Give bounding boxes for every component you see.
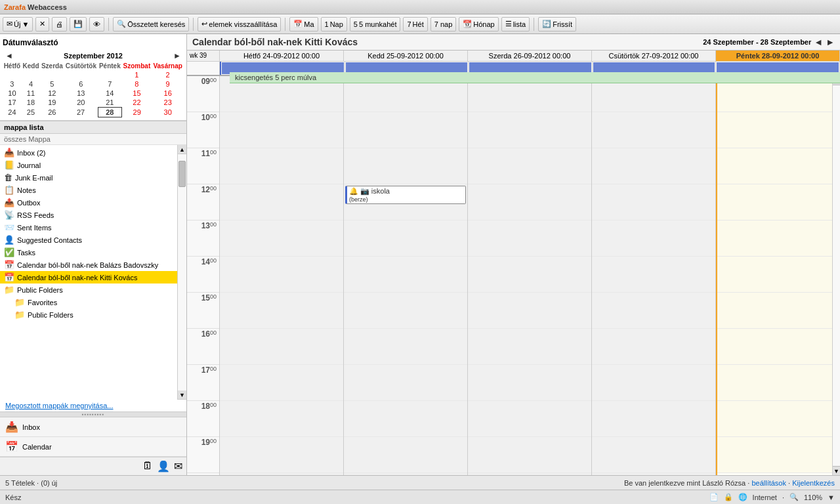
dp-day[interactable]: 16 [152,89,184,98]
dp-day[interactable]: 14 [98,89,121,98]
dp-day[interactable]: 17 [3,98,22,108]
cell-3-19[interactable] [592,437,715,473]
nav-resize-handle[interactable]: ▪▪▪▪▪▪▪▪▪ [0,412,186,417]
folder-item-suggested-contacts[interactable]: 👤Suggested Contacts [0,234,186,246]
cell-1-12[interactable]: 🔔 📷 iskola (berze) [344,184,467,220]
scroll-down-btn[interactable]: ▼ [178,390,186,400]
dp-day[interactable] [3,70,22,79]
dp-day[interactable]: 29 [122,108,152,117]
dp-day[interactable]: 4 [22,79,40,89]
dp-day[interactable] [98,70,121,79]
cell-1-17[interactable] [344,365,467,401]
dp-day[interactable]: 25 [22,108,40,117]
cell-3-14[interactable] [592,257,715,293]
cell-1-10[interactable] [344,112,467,148]
dp-day[interactable]: 20 [64,98,98,108]
scroll-up-btn[interactable]: ▲ [178,145,186,154]
cal-col-0[interactable] [220,76,344,475]
print-button[interactable]: 🖨 [52,17,67,32]
dp-day[interactable]: 9 [152,79,184,89]
cell-0-16[interactable] [220,329,343,365]
cell-3-10[interactable] [592,112,715,148]
dp-day[interactable]: 11 [22,89,40,98]
cal-col-1[interactable]: 🔔 📷 iskola (berze) [344,76,468,475]
nav-icon-people[interactable]: 👤 [157,460,170,472]
cell-4-15[interactable] [716,293,839,329]
dp-day[interactable]: 23 [152,98,184,108]
cal-scroll-down[interactable]: ▼ [833,466,840,475]
cell-2-11[interactable] [468,148,591,184]
logout-link[interactable]: Kijelentkezés [792,479,835,487]
dp-day[interactable]: 18 [22,98,40,108]
week-button[interactable]: 7 Hét [403,17,427,32]
cell-1-13[interactable] [344,220,467,257]
dp-day[interactable] [64,70,98,79]
cell-2-19[interactable] [468,437,591,473]
cell-0-12[interactable] [220,184,343,220]
restore-button[interactable]: ↩ elemek visszaállítása [198,17,281,32]
dp-day[interactable]: 12 [40,89,64,98]
cell-4-17[interactable] [716,365,839,401]
nav-calendar[interactable]: 📅 Calendar [0,437,186,457]
cell-0-14[interactable] [220,257,343,293]
shared-folders-link[interactable]: Megosztott mappák megnyitása... [5,402,113,410]
dp-day[interactable]: 27 [64,108,98,117]
folder-item-public-folders[interactable]: 📁Public Folders [0,284,186,296]
dp-day[interactable]: 21 [98,98,121,108]
week7-button[interactable]: 7 nap [430,17,457,32]
delete-button[interactable]: ✕ [35,17,49,32]
cal-col-3[interactable] [592,76,716,475]
dp-day[interactable]: 3 [3,79,22,89]
save-button[interactable]: 💾 [70,17,87,32]
nav-inbox[interactable]: 📥 Inbox [0,417,186,437]
cell-3-11[interactable] [592,148,715,184]
cell-4-12[interactable] [716,184,839,220]
cell-0-17[interactable] [220,365,343,401]
dp-day[interactable] [22,70,40,79]
dp-prev-btn[interactable]: ◄ [5,51,13,60]
cell-4-14[interactable] [716,257,839,293]
nav-icon-mail[interactable]: ✉ [174,460,182,472]
folder-item-inbox[interactable]: 📥Inbox (2) [0,146,186,159]
search-button[interactable]: 🔍 Összetett keresés [113,17,189,32]
cell-2-15[interactable] [468,293,591,329]
scroll-thumb[interactable] [178,161,186,187]
dp-day[interactable]: 22 [122,98,152,108]
folder-item-cal-balazs[interactable]: 📅Calendar ból-ből nak-nek Balázs Badovsz… [0,259,186,271]
month-button[interactable]: 📆 Hónap [459,17,498,32]
cal-prev-btn[interactable]: ◄ [814,37,823,47]
dp-day[interactable]: 1 [122,70,152,79]
dp-day[interactable]: 8 [122,79,152,89]
cell-4-16[interactable] [716,329,839,365]
cell-0-13[interactable] [220,220,343,257]
cell-2-17[interactable] [468,365,591,401]
dp-day[interactable] [40,70,64,79]
refresh-button[interactable]: 🔄 Frissít [538,17,576,32]
cell-2-14[interactable] [468,257,591,293]
cell-1-14[interactable] [344,257,467,293]
cal-next-btn[interactable]: ► [826,37,835,47]
dp-day[interactable]: 26 [40,108,64,117]
cal-scrollbar[interactable]: ▲ ▼ [832,76,840,475]
nav-icon-contacts[interactable]: 🗓 [142,460,153,472]
settings-link[interactable]: beállítások [751,479,786,487]
cell-4-13[interactable] [716,220,839,257]
dp-day[interactable]: 24 [3,108,22,117]
folder-item-notes[interactable]: 📋Notes [0,184,186,196]
today-button[interactable]: 📅 Ma [289,17,318,32]
list-button[interactable]: ☰ lista [501,17,530,32]
day-button[interactable]: 1 Nap [321,17,347,32]
dp-day[interactable]: 7 [98,79,121,89]
cal-col-4[interactable] [716,76,840,475]
workweek-button[interactable]: 5 5 munkahét [350,17,401,32]
cell-2-12[interactable] [468,184,591,220]
dp-day[interactable]: 2 [152,70,184,79]
cal-col-2[interactable] [468,76,592,475]
zoom-dropdown-icon[interactable]: ▼ [828,494,835,501]
folder-list-container[interactable]: 📥Inbox (2)📒Journal🗑Junk E-mail📋Notes📤Out… [0,145,186,400]
dp-day[interactable]: 19 [40,98,64,108]
cell-3-12[interactable] [592,184,715,220]
dp-day[interactable]: 13 [64,89,98,98]
cell-3-18[interactable] [592,401,715,437]
dp-next-btn[interactable]: ► [173,51,181,60]
